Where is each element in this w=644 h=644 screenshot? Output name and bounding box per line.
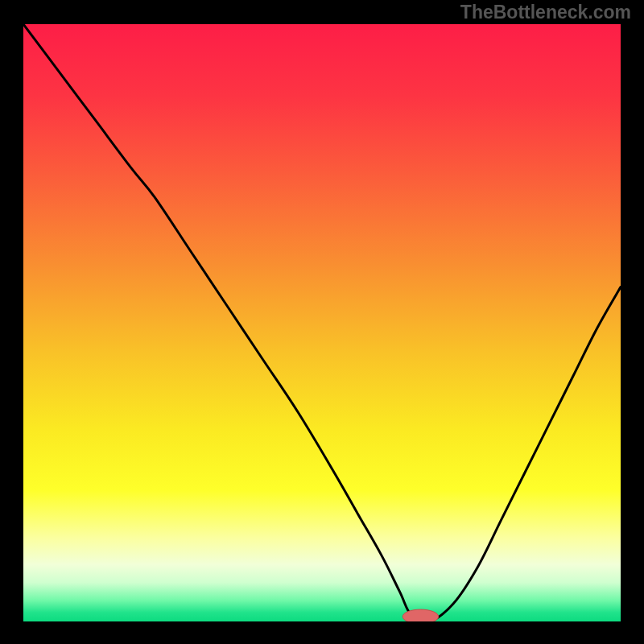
chart-frame: TheBottleneck.com [0,0,644,644]
gradient-background [23,24,621,621]
bottleneck-chart [23,24,621,621]
optimal-point-marker [402,609,439,621]
attribution-watermark: TheBottleneck.com [460,2,631,23]
